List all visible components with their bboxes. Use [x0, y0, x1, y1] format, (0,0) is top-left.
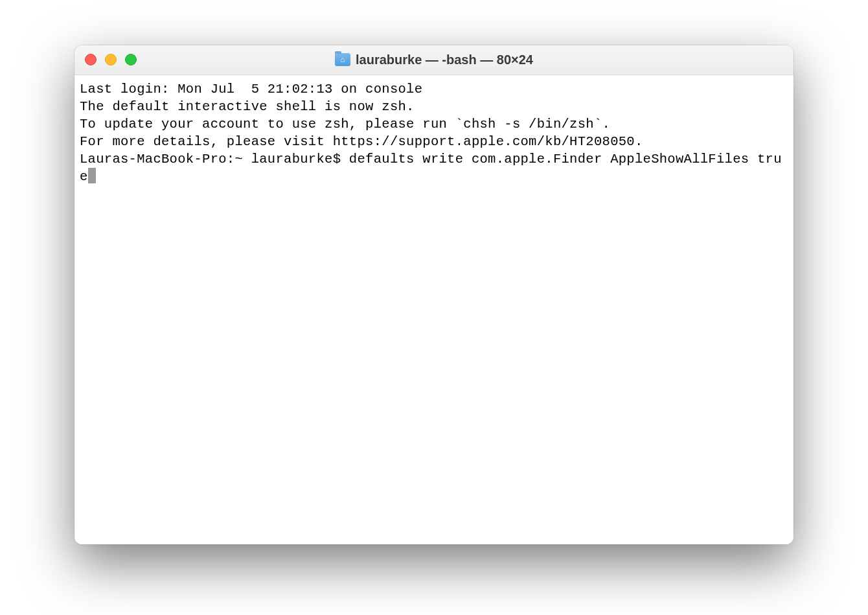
- home-folder-icon: [335, 53, 350, 66]
- title-container: lauraburke — -bash — 80×24: [74, 52, 794, 67]
- traffic-lights: [85, 54, 137, 65]
- terminal-output-line: Last login: Mon Jul 5 21:02:13 on consol…: [80, 80, 788, 98]
- close-button[interactable]: [85, 54, 97, 65]
- maximize-button[interactable]: [125, 54, 137, 65]
- terminal-content[interactable]: Last login: Mon Jul 5 21:02:13 on consol…: [74, 75, 794, 544]
- terminal-output-line: To update your account to use zsh, pleas…: [80, 115, 788, 133]
- terminal-window: lauraburke — -bash — 80×24 Last login: M…: [74, 45, 794, 544]
- terminal-prompt-line: Lauras-MacBook-Pro:~ lauraburke$ default…: [80, 152, 782, 184]
- minimize-button[interactable]: [105, 54, 117, 65]
- title-bar[interactable]: lauraburke — -bash — 80×24: [74, 45, 794, 75]
- terminal-cursor: [88, 168, 96, 183]
- terminal-output-line: For more details, please visit https://s…: [80, 133, 788, 150]
- terminal-output-line: The default interactive shell is now zsh…: [80, 98, 788, 115]
- window-title: lauraburke — -bash — 80×24: [356, 52, 533, 67]
